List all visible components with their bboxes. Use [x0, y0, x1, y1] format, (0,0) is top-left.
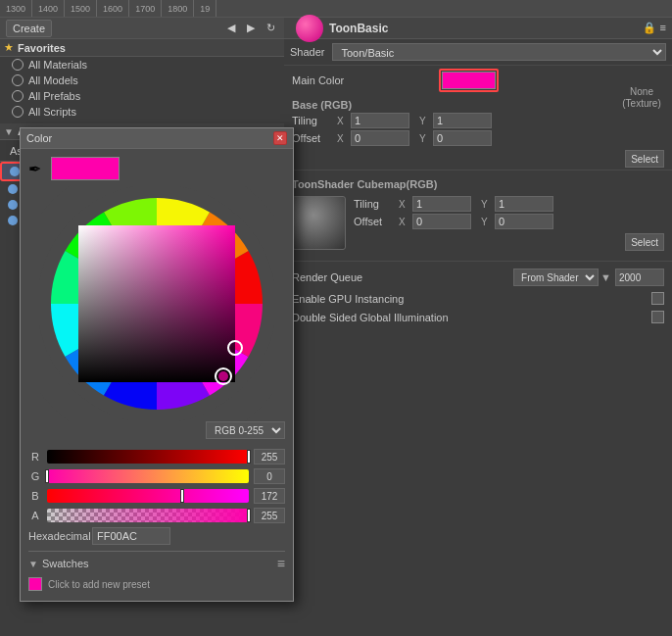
tiling-y-input-1[interactable]: [433, 113, 492, 128]
color-wheel-area[interactable]: [39, 186, 274, 421]
offset-x-input-2[interactable]: [412, 214, 471, 229]
fav-label: All Models: [28, 74, 78, 86]
swatches-collapse-icon[interactable]: ▼: [28, 559, 38, 569]
cubemap-section: ToonShader Cubemap(RGB) Tiling X Y Offse…: [284, 170, 672, 261]
swatches-menu-icon[interactable]: ≡: [277, 556, 285, 571]
swatches-section: ▼ Swatches ≡ Click to add new preset: [28, 551, 285, 593]
render-queue-dropdown[interactable]: From Shader: [513, 269, 599, 286]
double-sided-checkbox[interactable]: [651, 311, 664, 323]
offset-row-2: Offset X Y: [354, 214, 664, 229]
search-icon: [12, 59, 24, 71]
fav-item-all-models[interactable]: All Models: [0, 73, 284, 88]
current-color-swatch[interactable]: [51, 157, 120, 180]
eyedropper-icon[interactable]: ✒: [28, 160, 41, 178]
refresh-icon[interactable]: ↻: [263, 22, 278, 34]
double-sided-row: Double Sided Global Illumination: [284, 308, 672, 326]
asset-dot-icon: [10, 167, 20, 176]
fav-item-all-scripts[interactable]: All Scripts: [0, 104, 284, 120]
g-value-input[interactable]: [254, 468, 285, 484]
hex-input[interactable]: [92, 527, 170, 545]
create-button[interactable]: Create: [6, 20, 52, 37]
cubemap-controls: Tiling X Y Offset X Y Select: [346, 196, 664, 253]
inspector-icons: 🔒 ≡: [643, 22, 666, 34]
preset-color-swatch: [28, 577, 42, 591]
shader-row: Shader Toon/Basic: [284, 39, 672, 66]
close-icon: ✕: [276, 133, 284, 143]
gpu-instancing-label: Enable GPU Instancing: [292, 293, 651, 305]
tiling-row-2: Tiling X Y: [354, 196, 664, 212]
inspector-header: ToonBasic 🔒 ≡: [284, 18, 672, 39]
y-axis-label: Y: [419, 133, 429, 144]
x-axis-label: X: [337, 133, 347, 144]
b-value-input[interactable]: [254, 488, 285, 504]
fav-label: All Scripts: [28, 106, 76, 118]
add-preset-row[interactable]: Click to add new preset: [28, 575, 285, 593]
color-mode-selector[interactable]: RGB 0-255: [206, 421, 285, 439]
a-slider[interactable]: [47, 509, 249, 522]
color-wheel-svg[interactable]: [39, 186, 274, 421]
eyedropper-area: ✒: [28, 157, 285, 180]
asset-dot-icon: [8, 200, 18, 210]
ruler-mark: 1800: [162, 0, 194, 17]
right-arrow-icon[interactable]: ▶: [243, 22, 259, 34]
gpu-instancing-checkbox[interactable]: [651, 292, 664, 305]
hex-row: Hexadecimal: [28, 527, 285, 545]
favorites-title: Favorites: [18, 42, 66, 54]
a-value-input[interactable]: [254, 508, 285, 523]
y-axis-label: Y: [481, 199, 491, 210]
color-picker-title: Color: [26, 132, 273, 144]
none-texture-label: None (Texture): [611, 86, 672, 110]
offset-row-1: Offset X Y: [292, 130, 664, 146]
r-slider-row: R: [28, 449, 285, 465]
color-picker-dialog: Color ✕ ✒: [20, 127, 294, 602]
ruler-mark: 1400: [32, 0, 65, 17]
select-button-2[interactable]: Select: [625, 233, 664, 251]
offset-x-input-1[interactable]: [351, 130, 409, 146]
search-icon: [12, 74, 24, 86]
tiling-y-input-2[interactable]: [495, 196, 553, 212]
favorites-section: ★ Favorites All Materials All Models All…: [0, 39, 284, 120]
x-axis-label: X: [399, 217, 408, 227]
menu-icon[interactable]: ≡: [660, 22, 666, 34]
star-icon: ★: [4, 41, 14, 54]
left-arrow-icon[interactable]: ◀: [223, 22, 239, 34]
main-color-swatch[interactable]: [442, 72, 496, 89]
close-button[interactable]: ✕: [273, 131, 287, 145]
gpu-instancing-row: Enable GPU Instancing: [284, 289, 672, 308]
main-color-label: Main Color: [292, 74, 439, 86]
offset-y-input-1[interactable]: [433, 130, 492, 146]
render-section: Render Queue From Shader ▼ Enable GPU In…: [284, 261, 672, 330]
b-slider[interactable]: [47, 489, 249, 503]
render-queue-value[interactable]: [615, 269, 664, 286]
g-slider-row: G: [28, 468, 285, 484]
tiling-x-input-1[interactable]: [351, 113, 409, 128]
fav-item-all-materials[interactable]: All Materials: [0, 57, 284, 73]
a-channel-label: A: [28, 510, 42, 521]
cubemap-preview[interactable]: [292, 196, 346, 250]
color-picker-titlebar: Color ✕: [21, 128, 293, 149]
ruler: 1300 1400 1500 1600 1700 1800 19: [0, 0, 672, 18]
tiling-label-1: Tiling: [292, 115, 333, 126]
y-axis-label: Y: [419, 116, 429, 126]
offset-y-input-2[interactable]: [495, 214, 553, 229]
ruler-mark: 1600: [97, 0, 129, 17]
fav-item-all-prefabs[interactable]: All Prefabs: [0, 88, 284, 104]
g-channel-label: G: [28, 470, 42, 482]
select-button-1[interactable]: Select: [625, 150, 664, 168]
r-slider[interactable]: [47, 450, 249, 464]
collapse-icon: ▼: [4, 126, 14, 137]
dropdown-arrow-icon: ▼: [600, 271, 611, 283]
g-slider[interactable]: [47, 469, 249, 483]
tiling-x-input-2[interactable]: [412, 196, 471, 212]
b-channel-label: B: [28, 490, 42, 502]
ruler-mark: 19: [194, 0, 216, 17]
shader-label: Shader: [290, 46, 324, 58]
lock-icon[interactable]: 🔒: [643, 22, 656, 34]
r-channel-label: R: [28, 451, 42, 463]
r-value-input[interactable]: [254, 449, 285, 465]
favorites-header[interactable]: ★ Favorites: [0, 39, 284, 57]
right-panel: ToonBasic 🔒 ≡ Shader Toon/Basic Main Col…: [284, 18, 672, 636]
color-picker-body: ✒: [21, 149, 293, 601]
shader-dropdown[interactable]: Toon/Basic: [332, 43, 666, 61]
cubemap-row: Tiling X Y Offset X Y Select: [284, 192, 672, 257]
